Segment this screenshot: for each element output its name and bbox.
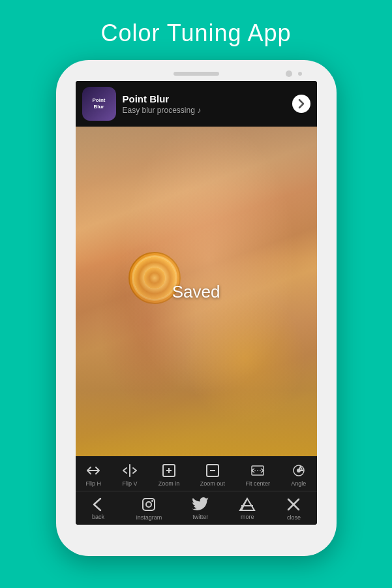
svg-point-13 xyxy=(151,500,153,502)
instagram-icon xyxy=(141,497,157,512)
phone-camera xyxy=(286,70,292,77)
ad-app-name: Point Blur xyxy=(123,93,286,104)
back-label: back xyxy=(92,514,104,520)
flip-h-icon xyxy=(85,463,101,478)
photo-overlay xyxy=(76,127,317,456)
zoom-out-label: Zoom out xyxy=(200,480,225,487)
ad-banner: Point Blur Point Blur Easy blur processi… xyxy=(76,81,317,127)
zoom-in-icon xyxy=(161,463,177,478)
phone-speaker xyxy=(173,72,219,76)
fit-center-label: Fit center xyxy=(246,480,271,487)
zoom-in-button[interactable]: Zoom in xyxy=(156,461,183,488)
twitter-button[interactable]: twitter xyxy=(187,496,214,521)
toolbar: Flip H Flip V Zoom in xyxy=(76,456,317,525)
toolbar-top: Flip H Flip V Zoom in xyxy=(76,461,317,491)
svg-line-14 xyxy=(241,499,247,510)
angle-button[interactable]: Angle xyxy=(288,461,309,488)
flip-v-icon xyxy=(122,463,138,478)
more-label: more xyxy=(241,514,254,520)
close-label: close xyxy=(287,514,301,521)
photo-background: Saved xyxy=(76,127,317,456)
phone-dots xyxy=(298,72,302,76)
close-button[interactable]: close xyxy=(280,495,307,522)
flip-h-button[interactable]: Flip H xyxy=(83,461,104,488)
photo-area: Saved xyxy=(76,127,317,456)
angle-label: Angle xyxy=(291,480,306,487)
app-title: Color Tuning App xyxy=(100,20,291,47)
more-button[interactable]: more xyxy=(234,496,261,521)
phone-device: Point Blur Point Blur Easy blur processi… xyxy=(56,60,337,556)
instagram-button[interactable]: instagram xyxy=(131,495,168,522)
instagram-label: instagram xyxy=(136,514,162,521)
twitter-label: twitter xyxy=(192,514,208,520)
back-button[interactable]: back xyxy=(85,496,112,521)
toolbar-bottom: back instagram twitter xyxy=(76,491,317,522)
ad-app-subtitle: Easy blur processing ♪ xyxy=(123,106,286,115)
fit-center-button[interactable]: Fit center xyxy=(243,461,273,488)
close-icon xyxy=(286,497,301,512)
twitter-icon xyxy=(192,497,209,512)
angle-icon xyxy=(291,463,307,478)
ad-chevron-button[interactable] xyxy=(292,95,310,113)
phone-screen: Point Blur Point Blur Easy blur processi… xyxy=(76,81,317,525)
zoom-out-button[interactable]: Zoom out xyxy=(198,461,228,488)
flip-h-label: Flip H xyxy=(86,480,102,487)
zoom-out-icon xyxy=(205,463,220,478)
ad-text-area: Point Blur Easy blur processing ♪ xyxy=(116,93,292,115)
back-icon xyxy=(91,497,106,512)
flip-v-button[interactable]: Flip V xyxy=(119,461,140,488)
svg-point-12 xyxy=(146,502,151,507)
phone-top-bar xyxy=(61,72,331,76)
zoom-in-label: Zoom in xyxy=(158,480,180,487)
flip-v-label: Flip V xyxy=(122,480,137,487)
fit-center-icon xyxy=(250,463,265,478)
ad-app-icon: Point Blur xyxy=(82,87,116,121)
more-icon xyxy=(239,497,256,512)
